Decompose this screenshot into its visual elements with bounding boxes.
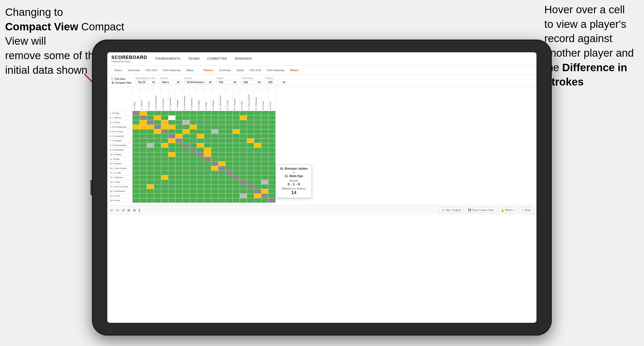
matrix-cell[interactable] [247, 116, 254, 120]
matrix-cell[interactable] [140, 134, 147, 139]
matrix-cell[interactable] [240, 129, 247, 134]
matrix-cell[interactable] [183, 152, 190, 157]
matrix-cell[interactable] [254, 189, 261, 194]
matrix-cell[interactable] [140, 152, 147, 157]
matrix-cell[interactable] [147, 125, 154, 129]
matrix-cell[interactable] [268, 116, 276, 120]
matrix-cell[interactable] [226, 180, 233, 184]
gender-select[interactable]: Men's [160, 80, 180, 85]
matrix-cell[interactable] [140, 162, 147, 166]
matrix-cell[interactable] [226, 198, 233, 203]
matrix-cell[interactable] [183, 134, 190, 139]
matrix-cell[interactable] [226, 162, 233, 166]
matrix-cell[interactable] [197, 175, 204, 180]
matrix-cell[interactable] [254, 152, 261, 157]
matrix-cell[interactable] [233, 111, 240, 116]
matrix-cell[interactable] [175, 175, 183, 180]
matrix-cell[interactable] [226, 143, 233, 148]
matrix-container[interactable]: 1. W Ding 2. L Clanton 3. J Koivun 4. M … [107, 87, 536, 205]
matrix-cell[interactable] [147, 129, 154, 134]
matrix-cell[interactable] [133, 184, 140, 189]
matrix-cell[interactable] [204, 116, 211, 120]
matrix-cell[interactable] [211, 111, 218, 116]
matrix-cell[interactable] [233, 180, 240, 184]
settings-icon[interactable]: ⚙ [133, 208, 136, 212]
matrix-cell[interactable] [133, 116, 140, 120]
matrix-cell[interactable] [140, 157, 147, 162]
matrix-cell[interactable] [226, 148, 233, 152]
matrix-cell[interactable] [154, 134, 161, 139]
matrix-cell[interactable] [204, 134, 211, 139]
matrix-cell[interactable] [175, 157, 183, 162]
matrix-cell[interactable] [197, 120, 204, 125]
matrix-cell[interactable] [168, 125, 175, 129]
matrix-cell[interactable] [161, 129, 168, 134]
matrix-cell[interactable] [147, 157, 154, 162]
matrix-cell[interactable] [161, 166, 168, 171]
matrix-cell[interactable] [254, 157, 261, 162]
matrix-cell[interactable] [211, 148, 218, 152]
matrix-cell[interactable] [168, 143, 175, 148]
matrix-cell[interactable] [133, 143, 140, 148]
matrix-cell[interactable] [183, 162, 190, 166]
matrix-cell[interactable] [247, 129, 254, 134]
matrix-cell[interactable] [147, 148, 154, 152]
tab-summary1[interactable]: Summary [125, 67, 142, 73]
matrix-cell[interactable] [261, 184, 268, 189]
matrix-cell[interactable] [140, 111, 147, 116]
matrix-cell[interactable] [133, 157, 140, 162]
matrix-cell[interactable] [140, 148, 147, 152]
matrix-cell[interactable] [147, 175, 154, 180]
matrix-cell[interactable] [168, 129, 175, 134]
matrix-cell[interactable] [183, 129, 190, 134]
matrix-cell[interactable] [168, 194, 175, 198]
matrix-cell[interactable] [204, 143, 211, 148]
matrix-cell[interactable] [226, 194, 233, 198]
matrix-cell[interactable] [247, 143, 254, 148]
matrix-cell[interactable] [226, 116, 233, 120]
matrix-cell[interactable] [211, 180, 218, 184]
matrix-cell[interactable] [190, 171, 197, 175]
matrix-cell[interactable] [161, 189, 168, 194]
matrix-cell[interactable] [168, 157, 175, 162]
matrix-cell[interactable] [226, 189, 233, 194]
matrix-cell[interactable] [268, 125, 276, 129]
matrix-cell[interactable] [133, 139, 140, 143]
matrix-cell[interactable] [197, 194, 204, 198]
matrix-cell[interactable] [211, 125, 218, 129]
matrix-cell[interactable] [197, 152, 204, 157]
matrix-cell[interactable] [147, 162, 154, 166]
matrix-cell[interactable] [226, 125, 233, 129]
matrix-cell[interactable] [254, 198, 261, 203]
matrix-cell[interactable] [147, 189, 154, 194]
matrix-cell[interactable] [247, 148, 254, 152]
matrix-cell[interactable] [154, 162, 161, 166]
matrix-cell[interactable] [133, 148, 140, 152]
matrix-cell[interactable] [133, 129, 140, 134]
matrix-cell[interactable] [190, 166, 197, 171]
matrix-cell[interactable] [133, 134, 140, 139]
matrix-cell[interactable] [211, 162, 218, 166]
matrix-cell[interactable] [133, 180, 140, 184]
matrix-cell[interactable] [147, 194, 154, 198]
matrix-cell[interactable] [240, 143, 247, 148]
matrix-cell[interactable] [197, 129, 204, 134]
matrix-cell[interactable] [261, 125, 268, 129]
matrix-cell[interactable] [147, 184, 154, 189]
region-select[interactable]: N/A [217, 80, 237, 85]
matrix-cell[interactable] [190, 194, 197, 198]
matrix-cell[interactable] [175, 125, 183, 129]
matrix-cell[interactable] [240, 157, 247, 162]
matrix-cell[interactable] [190, 134, 197, 139]
matrix-cell[interactable] [168, 166, 175, 171]
matrix-cell[interactable] [140, 120, 147, 125]
matrix-cell[interactable] [233, 171, 240, 175]
matrix-cell[interactable] [175, 166, 183, 171]
matrix-cell[interactable] [240, 198, 247, 203]
matrix-cell[interactable] [133, 189, 140, 194]
matrix-cell[interactable] [175, 189, 183, 194]
matrix-cell[interactable] [261, 157, 268, 162]
matrix-cell[interactable] [261, 134, 268, 139]
matrix-cell[interactable] [161, 125, 168, 129]
matrix-cell[interactable] [204, 111, 211, 116]
